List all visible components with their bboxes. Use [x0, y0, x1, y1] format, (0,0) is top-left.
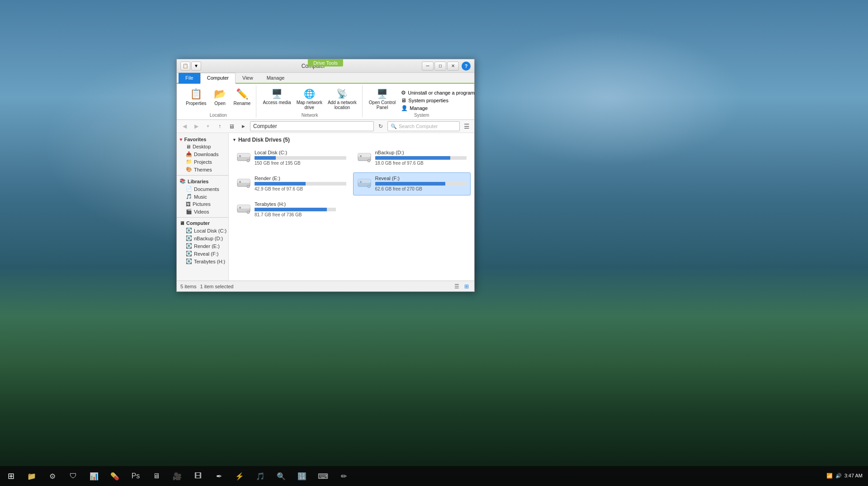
taskbar-app-calc[interactable]: 🔢 [292, 468, 312, 484]
music-icon: 🎵 [186, 194, 192, 200]
up-button[interactable]: ↑ [215, 122, 225, 131]
open-control-panel-button[interactable]: 🖥️ Open ControlPanel [367, 87, 397, 111]
sidebar-item-documents[interactable]: 📄 Documents [177, 185, 228, 193]
main-area: ♥ Favorites 🖥 Desktop 📥 Downloads 📁 Proj… [177, 133, 474, 281]
uninstall-icon: ⚙ [401, 90, 406, 96]
taskbar-app-tablet[interactable]: 💊 [105, 468, 125, 484]
minimize-button[interactable]: ─ [422, 62, 434, 71]
taskbar-app-music[interactable]: 🎵 [250, 468, 270, 484]
videos-icon: 🎬 [186, 209, 192, 214]
sidebar-item-reveal-f[interactable]: 💽 Reveal (F:) [177, 250, 228, 257]
taskbar-app-settings[interactable]: ⚙ [42, 468, 62, 484]
drive-info-e: Render (E:) 42.9 GB free of 97.6 GB [255, 176, 346, 191]
drive-info-c: Local Disk (C:) 150 GB free of 195 GB [255, 150, 346, 166]
drive-bar-bg-e [255, 182, 346, 186]
sidebar-item-projects[interactable]: 📁 Projects [177, 158, 228, 166]
add-network-location-button[interactable]: 📡 Add a networklocation [326, 87, 359, 111]
drive-item-terabytes-h[interactable]: Terabytes (H:) 81.7 GB free of 736 GB [232, 198, 350, 221]
taskbar-app-activity[interactable]: 📊 [84, 468, 104, 484]
open-label: Open [214, 101, 225, 106]
ribbon-section-location: 📋 Properties 📂 Open ✏️ Rename Location [180, 86, 256, 118]
taskbar-apps: 📁 ⚙ 🛡 📊 💊 Ps 🖥 🎥 🎞 ✒ ⚡ 🎵 🔍 🔢 ⌨ ✏ [22, 468, 826, 484]
address-path[interactable]: Computer [250, 121, 374, 131]
svg-point-19 [247, 211, 250, 214]
list-view-button[interactable]: ☰ [453, 282, 461, 291]
uninstall-button[interactable]: ⚙ Uninstall or change a program [399, 89, 476, 96]
drive-item-local-disk-c[interactable]: Local Disk (C:) 150 GB free of 195 GB [232, 147, 350, 170]
drive-item-reveal-f[interactable]: Reveal (F:) 62.6 GB free of 270 GB [353, 172, 471, 195]
sidebar-item-themes[interactable]: 🎨 Themes [177, 166, 228, 173]
view-options-button[interactable]: ☰ [462, 121, 472, 131]
selection-info: 1 item selected [200, 284, 233, 289]
sidebar-item-render-e[interactable]: 💽 Render (E:) [177, 242, 228, 250]
taskbar-clock[interactable]: 3:47 AM [844, 472, 863, 479]
drive-bar-bg-d [375, 156, 467, 160]
taskbar-app-pen[interactable]: ✏ [334, 468, 354, 484]
sidebar-item-downloads[interactable]: 📥 Downloads [177, 150, 228, 158]
taskbar-app-keyboard[interactable]: ⌨ [313, 468, 333, 484]
help-button[interactable]: ? [462, 62, 471, 71]
drive-icon-h [236, 202, 251, 218]
search-box[interactable]: 🔍 Search Computer [387, 121, 460, 131]
ribbon: 📋 Properties 📂 Open ✏️ Rename Location 🖥… [177, 84, 474, 120]
map-network-drive-button[interactable]: 🌐 Map networkdrive [295, 87, 324, 111]
taskbar-app-photoshop[interactable]: Ps [126, 468, 146, 484]
quick-btn-1[interactable]: 📋 [180, 62, 190, 71]
quick-btn-2[interactable]: ▼ [191, 62, 201, 71]
drive-free-h: 81.7 GB free of 736 GB [255, 212, 346, 217]
taskbar-tray: 📶 🔊 3:47 AM [826, 472, 866, 479]
documents-icon: 📄 [186, 186, 192, 192]
rename-button[interactable]: ✏️ Rename [232, 87, 253, 107]
system-section-label: System [367, 112, 476, 118]
svg-rect-14 [360, 181, 362, 183]
maximize-button[interactable]: □ [434, 62, 446, 71]
taskbar-app-search[interactable]: 🔍 [271, 468, 291, 484]
taskbar: ⊞ 📁 ⚙ 🛡 📊 💊 Ps 🖥 🎥 🎞 ✒ ⚡ 🎵 🔍 🔢 ⌨ ✏ 📶 🔊 3… [0, 466, 868, 486]
taskbar-app-film[interactable]: 🎞 [188, 468, 208, 484]
details-view-button[interactable]: ⊞ [462, 282, 471, 291]
sidebar-item-local-disk-c[interactable]: 💽 Local Disk (C:) [177, 227, 228, 234]
drive-item-render-e[interactable]: Render (E:) 42.9 GB free of 97.6 GB [232, 172, 350, 195]
drive-item-nbackup-d[interactable]: nBackup (D:) 18.0 GB free of 97.6 GB [353, 147, 471, 170]
taskbar-app-lightning[interactable]: ⚡ [230, 468, 250, 484]
open-button[interactable]: 📂 Open [210, 87, 230, 107]
drive-info-f: Reveal (F:) 62.6 GB free of 270 GB [375, 176, 467, 191]
clock-time: 3:47 AM [844, 472, 863, 479]
taskbar-app-feather[interactable]: ✒ [209, 468, 229, 484]
drive-name-d: nBackup (D:) [375, 150, 467, 155]
folder-icon: 🖥 [226, 122, 236, 131]
sidebar-divider-1 [177, 175, 228, 176]
recent-button[interactable]: ▼ [203, 122, 213, 131]
tab-computer[interactable]: Computer [200, 73, 236, 84]
taskbar-app-video[interactable]: 🎥 [167, 468, 187, 484]
taskbar-app-explorer[interactable]: 📁 [22, 468, 42, 484]
back-button[interactable]: ◀ [179, 122, 189, 131]
taskbar-app-remote[interactable]: 🖥 [146, 468, 166, 484]
properties-icon: 📋 [190, 88, 202, 100]
close-button[interactable]: ✕ [447, 62, 459, 71]
sidebar-item-terabytes-h[interactable]: 💽 Terabytes (H:) [177, 257, 228, 265]
properties-button[interactable]: 📋 Properties [184, 87, 208, 107]
tab-manage[interactable]: Manage [260, 73, 292, 83]
taskbar-app-shield[interactable]: 🛡 [63, 468, 83, 484]
refresh-button[interactable]: ↻ [376, 122, 386, 131]
sidebar-item-videos[interactable]: 🎬 Videos [177, 208, 228, 215]
computer-header: 🖥 Computer [177, 219, 228, 227]
drive-name-e: Render (E:) [255, 176, 346, 181]
sidebar-item-desktop[interactable]: 🖥 Desktop [177, 143, 228, 150]
disk-d-icon: 💽 [186, 235, 192, 241]
access-media-button[interactable]: 🖥️ Access media [261, 87, 292, 106]
sidebar-item-nbackup-d[interactable]: 💽 nBackup (D:) [177, 234, 228, 242]
sidebar-item-music[interactable]: 🎵 Music [177, 193, 228, 200]
svg-point-7 [368, 159, 370, 162]
tray-network-icon: 📶 [826, 473, 833, 479]
system-properties-button[interactable]: 🖥 System properties [399, 97, 476, 104]
manage-button[interactable]: 👤 Manage [399, 105, 476, 112]
drive-icon-e [236, 176, 251, 192]
sidebar-item-pictures[interactable]: 🖼 Pictures [177, 200, 228, 208]
tab-file[interactable]: File [179, 73, 200, 84]
tab-view[interactable]: View [236, 73, 260, 83]
forward-button[interactable]: ▶ [191, 122, 201, 131]
drive-bar-h [255, 208, 327, 211]
start-button[interactable]: ⊞ [2, 468, 20, 484]
